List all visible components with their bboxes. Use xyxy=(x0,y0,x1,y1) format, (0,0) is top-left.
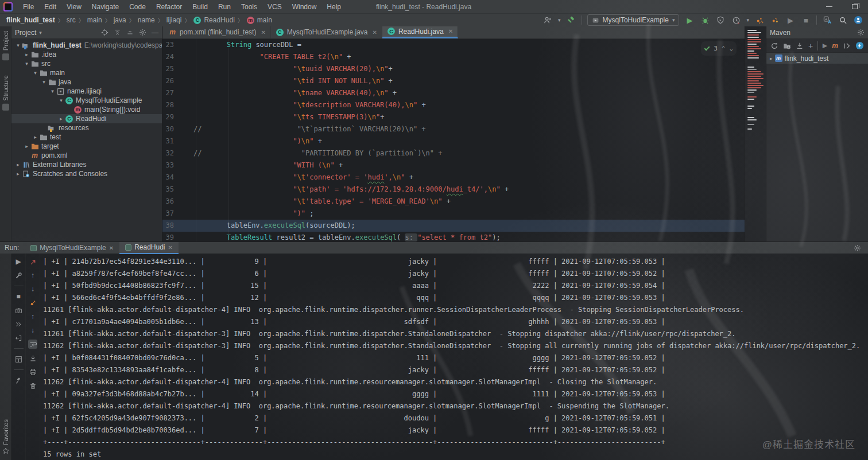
maven-skip-tests-icon[interactable] xyxy=(843,42,851,50)
maven-generate-sources-icon[interactable] xyxy=(783,42,791,50)
close-tab-icon[interactable]: ✕ xyxy=(448,28,453,34)
menu-build[interactable]: Build xyxy=(188,2,212,12)
search-everywhere-icon[interactable] xyxy=(838,15,848,25)
breadcrumb-item[interactable]: mmain xyxy=(245,15,274,25)
rerun-icon[interactable]: ▶ xyxy=(14,257,23,266)
tree-item[interactable]: ▸CReadHudi xyxy=(11,114,162,123)
edit-configuration-wrench-icon[interactable] xyxy=(14,271,23,280)
close-tab-icon[interactable]: ✕ xyxy=(168,244,173,251)
profile-running-icon[interactable] xyxy=(770,15,780,25)
chevron-right-icon[interactable]: ▸ xyxy=(32,134,38,140)
profiler-icon[interactable] xyxy=(731,15,741,25)
prev-stack-frame-icon[interactable]: ↑ xyxy=(28,271,37,280)
tree-item[interactable]: mpom.xml xyxy=(11,151,162,160)
tree-item[interactable]: resources xyxy=(11,123,162,132)
editor-minimap[interactable] xyxy=(745,26,766,241)
menu-code[interactable]: Code xyxy=(125,2,150,12)
menu-help[interactable]: Help xyxy=(322,2,346,12)
breadcrumb-item[interactable]: java xyxy=(112,15,128,25)
chevron-right-icon[interactable]: ▸ xyxy=(15,162,21,167)
run-tab[interactable]: ReadHudi✕ xyxy=(119,242,179,254)
locate-file-icon[interactable] xyxy=(101,29,108,36)
chevron-down-icon[interactable]: ▾ xyxy=(32,70,38,76)
tool-stripe-favorites[interactable]: Favorites xyxy=(0,419,11,454)
next-occurrence-icon[interactable]: ↓ xyxy=(28,326,37,335)
chevron-down-icon[interactable]: ▾ xyxy=(24,61,30,67)
users-icon[interactable] xyxy=(542,15,553,25)
run-with-profiler-icon[interactable] xyxy=(754,15,765,25)
expand-all-icon[interactable] xyxy=(114,29,121,36)
editor-tab[interactable]: CMysqlToHudiExample.java✕ xyxy=(271,26,382,38)
restore-layout-icon[interactable] xyxy=(14,354,23,364)
pin-tab-icon[interactable] xyxy=(14,376,23,385)
close-tab-icon[interactable]: ✕ xyxy=(373,29,377,36)
editor-tab[interactable]: mpom.xml (flink_hudi_test)✕ xyxy=(164,26,271,38)
smart-step-icon[interactable] xyxy=(14,319,23,329)
debug-icon[interactable] xyxy=(700,15,710,25)
maven-execute-goal-icon[interactable]: m xyxy=(832,42,838,50)
run-icon[interactable]: ▶ xyxy=(684,15,695,25)
chevron-right-icon[interactable]: ▸ xyxy=(15,171,21,177)
breadcrumb-item[interactable]: flink_hudi_test xyxy=(5,15,57,25)
soft-wrap-icon[interactable] xyxy=(28,340,37,349)
panel-settings-gear-icon[interactable] xyxy=(139,29,146,36)
open-console-icon[interactable] xyxy=(14,333,23,342)
chevron-right-icon[interactable]: ▸ xyxy=(24,52,30,57)
tree-item[interactable]: ▾CMysqlToHudiExample xyxy=(11,96,162,105)
breadcrumb-item[interactable]: main xyxy=(86,15,104,25)
scroll-to-end-icon[interactable] xyxy=(28,353,37,362)
attach-debugger-icon[interactable] xyxy=(28,298,37,307)
maven-project-row[interactable]: ▸ m flink_hudi_test xyxy=(766,53,868,64)
breadcrumb-item[interactable]: src xyxy=(65,15,78,25)
tree-item[interactable]: ▸External Libraries xyxy=(11,160,162,169)
up-stack-trace-icon[interactable] xyxy=(28,257,37,266)
minimize-icon[interactable] xyxy=(826,6,832,7)
next-problem-icon[interactable]: ⌄ xyxy=(729,42,733,54)
maven-reimport-icon[interactable] xyxy=(770,42,778,50)
tree-item[interactable]: ▾src xyxy=(11,59,162,68)
menu-view[interactable]: View xyxy=(62,2,86,12)
tool-stripe-project[interactable]: Project xyxy=(2,31,9,60)
clear-all-icon[interactable] xyxy=(28,381,37,390)
run-tab[interactable]: MysqlToHudiExample✕ xyxy=(25,242,119,254)
profiler-dropdown-icon[interactable]: ▾ xyxy=(746,17,749,23)
maven-download-sources-icon[interactable] xyxy=(796,42,804,50)
tree-item[interactable]: ▾main xyxy=(11,68,162,77)
tree-item[interactable]: ▸.idea xyxy=(11,50,162,59)
chevron-right-icon[interactable]: ▸ xyxy=(24,143,30,149)
menu-refactor[interactable]: Refactor xyxy=(152,2,187,12)
code-editor[interactable]: 3 ⌃ ⌄ 23 String sourceDDL =24 "CREATE TA… xyxy=(162,39,745,241)
menu-navigate[interactable]: Navigate xyxy=(87,2,123,12)
breadcrumb-item[interactable]: lijiaqi xyxy=(165,15,184,25)
chevron-down-icon[interactable]: ▾ xyxy=(49,88,56,94)
prev-problem-icon[interactable]: ⌃ xyxy=(722,42,726,54)
tool-stripe-structure[interactable]: Structure xyxy=(2,75,9,111)
tree-item[interactable]: ▾name.lijiaqi xyxy=(11,87,162,96)
chevron-right-icon[interactable]: ▸ xyxy=(58,116,64,122)
prev-occurrence-icon[interactable]: ↑ xyxy=(28,312,37,321)
tree-item[interactable]: ▸Scratches and Consoles xyxy=(11,169,162,178)
editor-tab[interactable]: CReadHudi.java✕ xyxy=(382,26,458,38)
tree-item[interactable]: mmain(String[]):void xyxy=(11,105,162,114)
menu-tools[interactable]: Tools xyxy=(237,2,262,12)
coverage-icon[interactable] xyxy=(715,15,726,25)
inspection-widget[interactable]: 3 ⌃ ⌄ xyxy=(701,41,737,56)
run-configuration-select[interactable]: MysqlToHudiExample ▾ xyxy=(587,14,680,26)
users-dropdown-icon[interactable]: ▾ xyxy=(558,17,561,23)
breadcrumb-item[interactable]: name xyxy=(136,15,157,25)
build-hammer-icon[interactable] xyxy=(566,15,576,25)
chevron-down-icon[interactable]: ▾ xyxy=(15,42,21,48)
menu-run[interactable]: Run xyxy=(214,2,235,12)
breadcrumb-item[interactable]: CReadHudi xyxy=(191,15,236,25)
tree-item[interactable]: ▾java xyxy=(11,77,162,87)
translate-icon[interactable] xyxy=(822,15,832,25)
thread-dump-camera-icon[interactable] xyxy=(14,306,23,315)
chevron-down-icon[interactable]: ▾ xyxy=(41,79,47,85)
chevron-right-icon[interactable]: ▸ xyxy=(770,56,773,61)
tree-item[interactable]: ▸target xyxy=(11,142,162,151)
maven-lightning-icon[interactable] xyxy=(855,41,864,50)
next-stack-frame-icon[interactable]: ↓ xyxy=(28,284,37,294)
restore-icon[interactable] xyxy=(852,4,858,9)
menu-edit[interactable]: Edit xyxy=(40,2,61,12)
close-tab-icon[interactable]: ✕ xyxy=(261,29,265,36)
